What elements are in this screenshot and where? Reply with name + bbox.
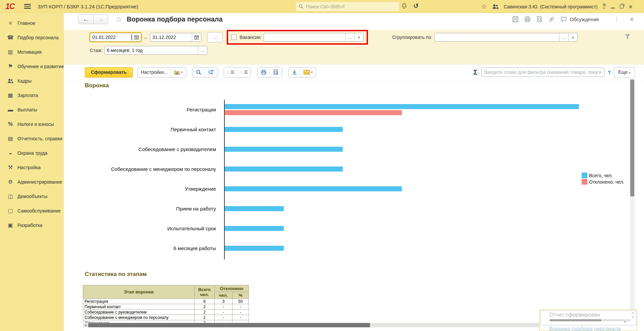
- sidebar-item-administrirovanie[interactable]: ⚙Администрирование: [0, 175, 63, 189]
- sidebar-item-kadry[interactable]: Кадры: [0, 74, 63, 88]
- forward-button[interactable]: →: [93, 15, 108, 24]
- notifications-bell-icon[interactable]: [401, 3, 407, 10]
- print-report-button[interactable]: [258, 67, 270, 77]
- vacancies-clear-button[interactable]: ×: [354, 33, 363, 41]
- chart-row: Собеседование с руководителем: [83, 139, 636, 159]
- vacancies-field[interactable]: ... ×: [264, 33, 364, 42]
- global-search[interactable]: [296, 2, 399, 11]
- period-options-button[interactable]: ...: [207, 32, 223, 42]
- save-report-file-button[interactable]: [289, 67, 300, 77]
- discussion-label[interactable]: Обсуждение: [570, 16, 599, 22]
- report-variants-button[interactable]: ▾: [171, 67, 186, 77]
- chart-category-label: Первичный контакт: [83, 127, 220, 132]
- chart-category-label: Испытательный срок: [83, 226, 220, 231]
- sidebar-item-podbor[interactable]: ☎Подбор персонала: [0, 30, 63, 45]
- experience-value: 6 месяцев; 1 год: [105, 48, 198, 53]
- search-refresh-icon: [208, 69, 214, 75]
- horizontal-scroll-thumb[interactable]: [88, 323, 370, 327]
- close-form-icon[interactable]: ×: [630, 16, 634, 22]
- group-by-input[interactable]: [435, 35, 559, 40]
- window-maximize-icon[interactable]: [620, 5, 624, 8]
- send-by-email-button[interactable]: ▾: [300, 67, 316, 77]
- history-icon[interactable]: ↺: [413, 2, 419, 10]
- sidebar-menu: ≡Главное☎Подбор персонала▥Мотивация⚑Обуч…: [0, 13, 64, 331]
- global-search-input[interactable]: [306, 4, 396, 9]
- date-from-field[interactable]: 01.01.2022: [90, 33, 141, 42]
- vertical-scrollbar[interactable]: [630, 77, 635, 312]
- sidebar-item-nastroika[interactable]: ⚒Настройка: [0, 160, 63, 175]
- notification-report-link[interactable]: Воронка подбора персонала: [549, 326, 636, 331]
- notification-close-icon[interactable]: ×: [631, 314, 634, 320]
- collapse-groups-button[interactable]: ↑: [237, 67, 251, 77]
- expand-groups-button[interactable]: ↓: [224, 67, 237, 77]
- 1c-logo[interactable]: 1С: [5, 2, 14, 11]
- reset-search-button[interactable]: [205, 67, 217, 77]
- app-titlebar: 1С ЗУП КОРП / БЗКР 3.1.24 (1С:Предприяти…: [0, 0, 644, 13]
- gear-icon: ⚙: [5, 179, 15, 185]
- sidebar-item-nalogi[interactable]: %Налоги и взносы: [0, 117, 63, 131]
- download-icon: [292, 69, 297, 75]
- sidebar-item-demoobekty[interactable]: ◫Демообъекты: [0, 189, 63, 203]
- service-menu-icon[interactable]: ≡▾: [602, 3, 606, 10]
- stats-table-title: Статистика по этапам: [85, 271, 644, 278]
- sidebar-item-zarplata[interactable]: ▦Зарплата: [0, 88, 63, 102]
- main-menu-icon[interactable]: [24, 4, 31, 9]
- sidebar-item-otchetnost[interactable]: ▤Отчетность, справки: [0, 131, 63, 146]
- filter-funnel-icon[interactable]: [625, 34, 631, 41]
- sidebar-item-obuchenie[interactable]: ⚑Обучение и развитие: [0, 59, 63, 74]
- sidebar-item-glavnoe[interactable]: ≡Главное: [0, 16, 63, 30]
- window-close-icon[interactable]: ×: [629, 4, 633, 9]
- generate-report-button[interactable]: Сформировать: [85, 67, 133, 78]
- play-icon[interactable]: ►: [624, 320, 627, 323]
- wrench-icon: ⚒: [5, 164, 15, 171]
- experience-label: Стаж:: [90, 48, 102, 53]
- window-minimize-icon[interactable]: [611, 5, 615, 8]
- date-to-field[interactable]: 31.12.2022: [150, 33, 201, 42]
- experience-field[interactable]: 6 месяцев; 1 год ...: [104, 46, 207, 55]
- more-button[interactable]: Еще▾: [614, 67, 635, 78]
- bar-total: [225, 246, 284, 251]
- list-lines-icon: [244, 70, 248, 74]
- sidebar-item-vyplaty[interactable]: ▬Выплаты: [0, 102, 63, 117]
- discussion-icon[interactable]: [560, 16, 567, 22]
- sum-sigma-icon[interactable]: Σ: [473, 68, 478, 76]
- scroll-left-icon[interactable]: ◄: [83, 324, 88, 327]
- favorites-star-icon[interactable]: ☆: [481, 3, 487, 10]
- preview-icon: [273, 69, 279, 75]
- settings-button[interactable]: Настройки...: [138, 67, 171, 77]
- users-icon[interactable]: [492, 4, 499, 9]
- chart-row: Собеседование с менеджером по персоналу: [83, 159, 636, 179]
- calendar-icon[interactable]: [192, 33, 201, 41]
- quick-filter-input[interactable]: [481, 67, 605, 77]
- vacancies-input[interactable]: [264, 35, 345, 40]
- favorite-toggle-star-icon[interactable]: ☆: [116, 15, 122, 23]
- calendar-icon[interactable]: [132, 33, 141, 41]
- print-icon[interactable]: [524, 16, 531, 22]
- vacancies-choose-button[interactable]: ...: [345, 33, 354, 41]
- vacancies-checkbox[interactable]: [231, 35, 236, 40]
- link-icon[interactable]: [548, 16, 555, 22]
- development-icon: ▣: [5, 222, 15, 228]
- group-by-field[interactable]: ... ×: [434, 33, 578, 42]
- sidebar-item-samoobsluzhivanie[interactable]: ▢Самообслуживание: [0, 203, 63, 218]
- help-button[interactable]: ?: [608, 69, 611, 75]
- helmet-icon: ◒: [5, 150, 15, 156]
- notification-progress: [549, 319, 631, 321]
- preview-icon[interactable]: [536, 16, 543, 22]
- save-icon[interactable]: [512, 16, 519, 22]
- chevron-down-icon: ▾: [311, 70, 313, 74]
- group-by-clear-button[interactable]: ×: [568, 33, 577, 41]
- search-in-report-button[interactable]: [193, 67, 205, 77]
- sidebar-item-razrabotka[interactable]: ▣Разработка: [0, 218, 63, 232]
- experience-choose-button[interactable]: ...: [198, 46, 207, 54]
- back-button[interactable]: ←: [78, 15, 93, 24]
- print-preview-button[interactable]: [270, 67, 282, 77]
- vertical-scroll-thumb[interactable]: [630, 80, 634, 196]
- col-header-declined-percent: %: [232, 292, 249, 299]
- group-by-choose-button[interactable]: ...: [559, 33, 568, 41]
- sidebar-item-ohrana[interactable]: ◒Охрана труда: [0, 146, 63, 160]
- more-actions-kebab-icon[interactable]: ⋮: [613, 16, 619, 23]
- sidebar-item-motivacia[interactable]: ▥Мотивация: [0, 45, 63, 59]
- current-user[interactable]: Савинская З.Ю. (Системный программист): [504, 4, 598, 9]
- chart-category-label: 6 месяцев работы: [83, 245, 220, 251]
